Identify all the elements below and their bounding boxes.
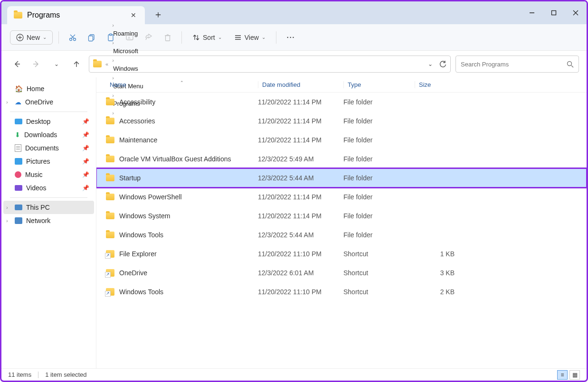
file-date: 12/3/2022 5:44 AM (258, 174, 343, 182)
file-row[interactable]: Accessories11/20/2022 11:14 PMFile folde… (96, 112, 587, 130)
file-list: ⌃ Name Date modified Type Size Accessibi… (96, 77, 587, 368)
file-date: 11/20/2022 11:14 PM (258, 212, 343, 220)
pin-icon[interactable]: 📌 (82, 131, 89, 138)
home-icon: 🏠 (15, 85, 23, 93)
file-type: File folder (343, 193, 415, 201)
sidebar-item-desktop[interactable]: Desktop📌 (3, 115, 94, 128)
sidebar-item-label: Desktop (26, 118, 50, 125)
view-button[interactable]: View ⌄ (229, 31, 270, 44)
shortcut-icon (106, 269, 114, 277)
sidebar-item-label: Home (27, 85, 44, 93)
file-row[interactable]: Windows PowerShell11/20/2022 11:14 PMFil… (96, 187, 587, 206)
new-button[interactable]: New ⌄ (10, 30, 53, 45)
minimize-button[interactable] (521, 3, 543, 22)
sort-label: Sort (203, 34, 215, 41)
separator (38, 372, 38, 378)
copy-button[interactable] (84, 30, 100, 45)
search-box[interactable] (455, 56, 579, 73)
sidebar-item-label: Videos (26, 184, 47, 192)
view-thumbnails-button[interactable]: ▦ (569, 370, 580, 380)
file-date: 12/3/2022 5:49 AM (258, 155, 343, 163)
file-row[interactable]: Oracle VM VirtualBox Guest Additions12/3… (96, 149, 587, 168)
pin-icon[interactable]: 📌 (82, 158, 89, 165)
breadcrumb-item[interactable]: Microsoft (111, 47, 145, 56)
sidebar-item-videos[interactable]: Videos📌 (3, 181, 94, 195)
up-button[interactable] (69, 56, 84, 72)
column-type[interactable]: Type (343, 81, 415, 88)
more-button[interactable]: ··· (282, 31, 300, 44)
sidebar-item-network[interactable]: › Network (3, 214, 94, 227)
svg-text:A: A (128, 36, 131, 40)
rename-button[interactable]: A (122, 30, 138, 45)
maximize-button[interactable] (543, 3, 565, 22)
file-name: Accessories (119, 117, 155, 125)
pin-icon[interactable]: 📌 (82, 171, 89, 178)
view-details-button[interactable]: ≡ (557, 370, 568, 380)
sidebar: 🏠 Home › ☁ OneDrive Desktop📌⬇Downloads📌D… (1, 77, 96, 368)
chevron-right-icon[interactable]: › (111, 57, 115, 63)
file-date: 11/20/2022 11:10 PM (258, 288, 343, 296)
address-dropdown[interactable]: ⌄ (428, 61, 433, 68)
downloads-icon: ⬇ (15, 131, 20, 139)
file-type: File folder (343, 98, 415, 106)
file-size: 3 KB (415, 269, 462, 277)
breadcrumb-overflow[interactable]: « (104, 61, 109, 67)
file-row[interactable]: Windows Tools12/3/2022 5:44 AMFile folde… (96, 225, 587, 244)
svg-rect-12 (89, 36, 93, 41)
file-row[interactable]: Windows System11/20/2022 11:14 PMFile fo… (96, 206, 587, 225)
pin-icon[interactable]: 📌 (82, 185, 89, 191)
pin-icon[interactable]: 📌 (82, 118, 89, 125)
file-row[interactable]: Maintenance11/20/2022 11:14 PMFile folde… (96, 130, 587, 149)
separator (181, 31, 182, 44)
breadcrumb-item[interactable]: Windows (111, 64, 145, 73)
new-label: New (27, 34, 40, 41)
tab-programs[interactable]: Programs ✕ (7, 6, 145, 24)
file-row[interactable]: Startup12/3/2022 5:44 AMFile folder (96, 168, 587, 187)
chevron-right-icon[interactable]: › (6, 99, 8, 105)
close-tab-icon[interactable]: ✕ (129, 9, 138, 21)
column-date[interactable]: Date modified (258, 81, 343, 88)
refresh-button[interactable] (439, 61, 446, 68)
share-button[interactable] (141, 30, 157, 45)
file-size: 1 KB (415, 250, 462, 258)
delete-button[interactable] (160, 30, 176, 45)
chevron-right-icon[interactable]: › (111, 40, 115, 46)
chevron-right-icon[interactable]: › (6, 205, 8, 210)
folder-icon (106, 232, 114, 238)
column-size[interactable]: Size (415, 81, 462, 88)
refresh-icon (439, 61, 446, 68)
file-row[interactable]: Accessibility11/20/2022 11:14 PMFile fol… (96, 93, 587, 112)
search-input[interactable] (461, 61, 563, 68)
sidebar-item-music[interactable]: Music📌 (3, 168, 94, 181)
column-name[interactable]: ⌃ Name (106, 81, 258, 88)
file-row[interactable]: File Explorer11/20/2022 11:10 PMShortcut… (96, 244, 587, 263)
copy-icon (87, 33, 96, 42)
chevron-right-icon[interactable]: › (6, 218, 8, 224)
titlebar: Programs ✕ ＋ (1, 1, 587, 24)
sidebar-item-downloads[interactable]: ⬇Downloads📌 (3, 128, 94, 141)
close-window-button[interactable] (565, 3, 587, 22)
new-tab-button[interactable]: ＋ (149, 5, 168, 24)
forward-button[interactable] (29, 56, 44, 72)
file-row[interactable]: Windows Tools11/20/2022 11:10 PMShortcut… (96, 282, 587, 301)
recent-button[interactable]: ⌄ (49, 56, 64, 72)
sidebar-item-home[interactable]: 🏠 Home (3, 82, 94, 95)
pc-icon (15, 205, 22, 210)
folder-icon (106, 213, 114, 219)
sidebar-item-label: This PC (26, 204, 50, 211)
sidebar-item-thispc[interactable]: › This PC (3, 201, 94, 214)
sort-button[interactable]: Sort ⌄ (188, 31, 227, 44)
sidebar-item-label: Network (26, 217, 50, 224)
sidebar-item-onedrive[interactable]: › ☁ OneDrive (3, 95, 94, 109)
cut-button[interactable] (65, 30, 81, 45)
sidebar-item-documents[interactable]: Documents📌 (3, 141, 94, 155)
separator (276, 31, 276, 44)
back-button[interactable] (9, 56, 24, 72)
pin-icon[interactable]: 📌 (82, 145, 89, 151)
address-bar[interactable]: « AppData›Roaming›Microsoft›Windows›Star… (89, 56, 451, 73)
sidebar-item-pictures[interactable]: Pictures📌 (3, 155, 94, 168)
file-row[interactable]: OneDrive12/3/2022 6:01 AMShortcut3 KB (96, 263, 587, 282)
file-name: Windows PowerShell (119, 193, 182, 201)
videos-icon (15, 185, 22, 191)
file-name: Windows Tools (119, 288, 163, 296)
